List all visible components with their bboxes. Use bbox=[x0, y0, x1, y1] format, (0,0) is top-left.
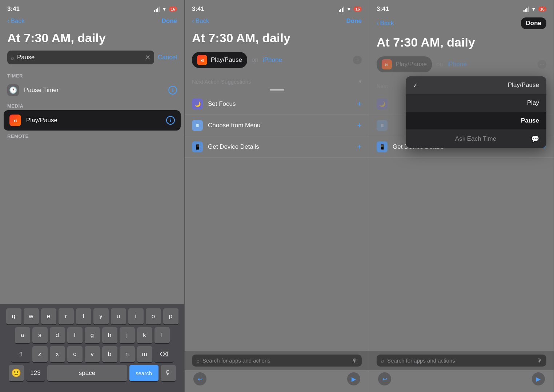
section-header-timer: Timer bbox=[0, 70, 184, 80]
dropdown-item-play-pause[interactable]: ✓ Play/Pause bbox=[406, 76, 546, 94]
back-button-3[interactable]: ‹ Back bbox=[377, 20, 394, 27]
key-search[interactable]: search bbox=[129, 365, 158, 381]
list-item-play-pause[interactable]: ⏯ Play/Pause ℹ bbox=[4, 110, 181, 131]
dropdown-item-ask[interactable]: Ask Each Time 💬 bbox=[406, 130, 546, 148]
done-button-1[interactable]: Done bbox=[162, 17, 177, 25]
device-icon-2: 📱 bbox=[192, 141, 203, 152]
key-y[interactable]: y bbox=[93, 308, 109, 324]
mic-icon-2[interactable]: 🎙 bbox=[352, 357, 357, 364]
key-j[interactable]: j bbox=[120, 327, 135, 343]
info-icon-play-pause[interactable]: ℹ bbox=[166, 116, 175, 125]
time-2: 3:41 bbox=[192, 5, 204, 13]
play-pause-label: Play/Pause bbox=[26, 117, 161, 124]
done-button-2[interactable]: Done bbox=[346, 17, 362, 25]
key-z[interactable]: z bbox=[32, 346, 48, 362]
suggestions-chevron-2[interactable]: ▾ bbox=[359, 78, 362, 85]
key-k[interactable]: k bbox=[137, 327, 152, 343]
key-row-3: ⇧ z x c v b n m ⌫ bbox=[1, 346, 183, 362]
action-chip-2[interactable]: ⏯ Play/Pause bbox=[192, 52, 247, 68]
bottom-search-icon-3: ⌕ bbox=[381, 357, 384, 364]
key-e[interactable]: e bbox=[41, 308, 56, 324]
add-choose-menu-button[interactable]: + bbox=[357, 121, 362, 130]
play-pause-icon-1: ⏯ bbox=[9, 115, 21, 126]
signal-icon-1 bbox=[154, 7, 160, 12]
dropdown-menu-3: ✓ Play/Pause Play Pause Ask Each Time 💬 bbox=[406, 76, 546, 148]
bottom-search-3[interactable]: ⌕ Search for apps and actions 🎙 bbox=[369, 351, 554, 370]
key-g[interactable]: g bbox=[85, 327, 100, 343]
key-i[interactable]: i bbox=[128, 308, 144, 324]
chip-more-icon-3: ⋯ bbox=[538, 60, 546, 69]
chip-more-icon-2[interactable]: ⋯ bbox=[353, 56, 362, 64]
dropdown-item-pause[interactable]: Pause bbox=[406, 112, 546, 130]
done-button-3[interactable]: Done bbox=[521, 17, 547, 29]
search-bar-1: ⌕ Pause ✕ Cancel bbox=[7, 51, 177, 64]
key-o[interactable]: o bbox=[146, 308, 161, 324]
wifi-icon-2: ▼ bbox=[346, 6, 352, 12]
play-button-3[interactable]: ▶ bbox=[532, 372, 545, 385]
on-text-2: on bbox=[252, 56, 258, 64]
back-button-1[interactable]: ‹ Back bbox=[7, 17, 24, 25]
pause-timer-label: Pause Timer bbox=[24, 87, 163, 94]
key-delete[interactable]: ⌫ bbox=[154, 346, 173, 362]
key-x[interactable]: x bbox=[50, 346, 65, 362]
undo-button-3[interactable]: ↩ bbox=[378, 372, 391, 385]
play-button-2[interactable]: ▶ bbox=[347, 372, 360, 385]
search-input-1[interactable]: ⌕ Pause ✕ bbox=[7, 51, 154, 64]
nav-bar-3: ‹ Back Done bbox=[369, 16, 554, 33]
bottom-search-input-2[interactable]: ⌕ Search for apps and actions 🎙 bbox=[192, 355, 362, 367]
chip-label-3: Play/Pause bbox=[396, 61, 427, 68]
key-b[interactable]: b bbox=[102, 346, 117, 362]
bottom-search-input-3[interactable]: ⌕ Search for apps and actions 🎙 bbox=[377, 355, 546, 367]
info-icon-pause-timer[interactable]: ℹ bbox=[168, 86, 177, 95]
menu-icon-2: ≡ bbox=[192, 120, 203, 131]
device-text-2: iPhone bbox=[263, 56, 282, 64]
key-u[interactable]: u bbox=[111, 308, 126, 324]
key-l[interactable]: l bbox=[154, 327, 170, 343]
key-r[interactable]: r bbox=[59, 308, 74, 324]
key-num[interactable]: 123 bbox=[26, 365, 45, 381]
bottom-search-2[interactable]: ⌕ Search for apps and actions 🎙 bbox=[185, 351, 369, 370]
key-d[interactable]: d bbox=[50, 327, 65, 343]
back-chevron-icon-1: ‹ bbox=[7, 17, 9, 25]
action-row-set-focus[interactable]: 🌙 Set Focus + bbox=[185, 93, 369, 115]
key-s[interactable]: s bbox=[32, 327, 48, 343]
add-device-details-button[interactable]: + bbox=[357, 142, 362, 152]
key-p[interactable]: p bbox=[163, 308, 178, 324]
time-3: 3:41 bbox=[377, 5, 389, 13]
key-f[interactable]: f bbox=[67, 327, 83, 343]
check-icon-play-pause: ✓ bbox=[413, 82, 418, 89]
key-h[interactable]: h bbox=[102, 327, 117, 343]
key-q[interactable]: q bbox=[6, 308, 21, 324]
list-item-pause-timer[interactable]: 🕐 Pause Timer ℹ bbox=[0, 80, 184, 100]
choose-menu-label: Choose from Menu bbox=[208, 122, 357, 129]
play-pause-chip-icon-3: ⏯ bbox=[382, 59, 392, 69]
action-row-device-details[interactable]: 📱 Get Device Details + bbox=[185, 136, 369, 158]
key-v[interactable]: v bbox=[85, 346, 100, 362]
suggestions-title-3: Next bbox=[377, 83, 388, 89]
back-label-2: Back bbox=[196, 17, 209, 25]
key-m[interactable]: m bbox=[137, 346, 152, 362]
search-clear-icon-1[interactable]: ✕ bbox=[145, 53, 150, 61]
key-c[interactable]: c bbox=[67, 346, 83, 362]
mic-icon-3[interactable]: 🎙 bbox=[537, 357, 542, 364]
action-chip-row-3: ⏯ Play/Pause on iPhone ⋯ bbox=[369, 55, 554, 78]
action-row-choose-menu[interactable]: ≡ Choose from Menu + bbox=[185, 115, 369, 136]
add-set-focus-button[interactable]: + bbox=[357, 99, 362, 109]
search-cancel-button-1[interactable]: Cancel bbox=[158, 54, 177, 61]
back-button-2[interactable]: ‹ Back bbox=[192, 17, 209, 25]
signal-icon-2 bbox=[339, 7, 344, 12]
dropdown-item-play[interactable]: Play bbox=[406, 94, 546, 112]
key-a[interactable]: a bbox=[15, 327, 30, 343]
key-space[interactable]: space bbox=[47, 365, 127, 381]
key-shift[interactable]: ⇧ bbox=[11, 346, 30, 362]
action-chip-row-2: ⏯ Play/Pause on iPhone ⋯ bbox=[185, 51, 369, 74]
key-mic[interactable]: 🎙 bbox=[161, 365, 176, 381]
key-n[interactable]: n bbox=[120, 346, 135, 362]
bottom-bar-3: ↩ ▶ bbox=[369, 369, 554, 388]
device-details-label: Get Device Details bbox=[208, 143, 357, 151]
key-w[interactable]: w bbox=[24, 308, 39, 324]
undo-button-2[interactable]: ↩ bbox=[193, 372, 206, 385]
key-emoji[interactable]: 🙂 bbox=[9, 365, 24, 381]
key-row-2: a s d f g h j k l bbox=[1, 327, 183, 343]
key-t[interactable]: t bbox=[76, 308, 91, 324]
